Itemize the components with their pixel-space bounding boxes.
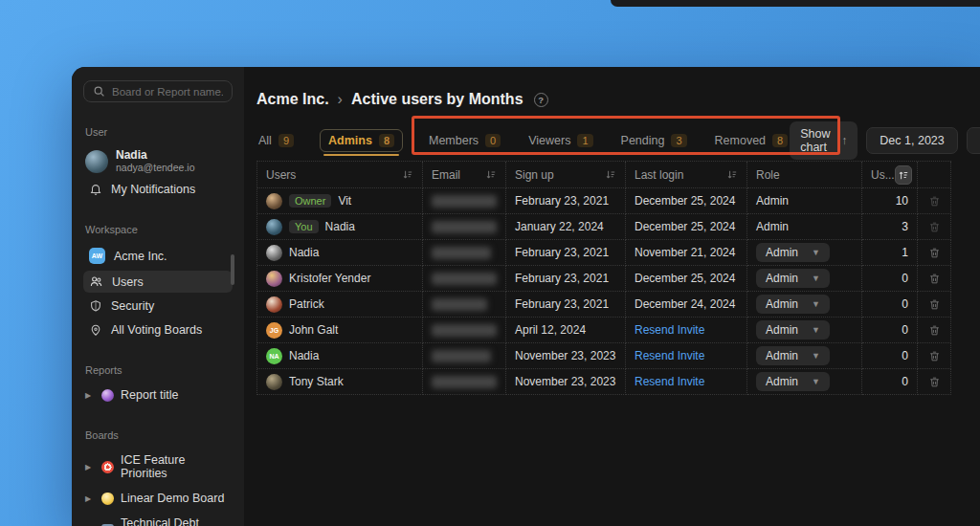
- role-select[interactable]: Admin▼: [756, 320, 830, 340]
- sidebar-item-label: Technical Debt Priori...: [121, 516, 231, 526]
- table-row-action-cell: [918, 318, 951, 343]
- sidebar-item-notifications[interactable]: My Notifications: [83, 179, 233, 200]
- role-text: Admin: [756, 220, 789, 233]
- date-to-field[interactable]: Dec: [967, 127, 980, 154]
- signup-date: February 23, 2021: [515, 297, 609, 311]
- sidebar-item-all-voting-boards[interactable]: All Voting Boards: [83, 319, 233, 340]
- sort-icon[interactable]: [402, 169, 413, 181]
- column-header-email[interactable]: Email: [423, 162, 506, 188]
- sidebar-item-label: My Notifications: [111, 183, 195, 196]
- user-name: Nadia: [116, 148, 194, 162]
- table-row-user-cell[interactable]: Tony Stark: [257, 369, 423, 395]
- role-select[interactable]: Admin▼: [756, 372, 830, 391]
- sidebar-item-report-title[interactable]: ▶ Report title: [83, 384, 233, 405]
- email-redacted: [432, 324, 497, 337]
- role-select[interactable]: Admin▼: [756, 269, 830, 288]
- expand-arrow-icon[interactable]: ▶: [85, 391, 95, 400]
- table-row-action-cell: [918, 240, 951, 266]
- main-content: Acme Inc. › Active users by Months ? All…: [244, 67, 980, 526]
- table-row-user-cell[interactable]: Owner Vit: [257, 188, 423, 214]
- table-row-signup-cell: February 23, 2021: [506, 292, 626, 318]
- search-box[interactable]: [83, 80, 233, 102]
- tab-pending[interactable]: Pending3: [619, 130, 689, 151]
- table-row-user-cell[interactable]: NA Nadia: [257, 343, 423, 369]
- table-row-email-cell: [423, 369, 506, 395]
- column-header-role[interactable]: Role: [747, 162, 862, 188]
- sidebar-item-ice-feature-priorities[interactable]: ▶ ICE Feature Priorities: [83, 449, 233, 484]
- show-chart-button[interactable]: Show chart↑: [790, 121, 858, 160]
- table-row-user-cell[interactable]: Nadia: [257, 240, 423, 266]
- last-login-value: December 25, 2024: [635, 272, 735, 285]
- tab-removed[interactable]: Removed8: [713, 130, 791, 151]
- avatar: [266, 296, 282, 313]
- breadcrumb-separator: ›: [338, 91, 343, 108]
- trash-icon[interactable]: [928, 350, 941, 362]
- trash-icon[interactable]: [928, 376, 941, 388]
- search-input[interactable]: [112, 86, 223, 98]
- last-login-value: December 25, 2024: [635, 220, 735, 233]
- chevron-down-icon: ▼: [812, 325, 820, 335]
- tab-all[interactable]: All9: [256, 130, 296, 151]
- pin-icon: [89, 323, 102, 337]
- resend-invite-link[interactable]: Resend Invite: [635, 375, 704, 388]
- table-row-signup-cell: February 23, 2021: [506, 188, 626, 214]
- column-header-actions: [918, 162, 951, 188]
- role-select[interactable]: Admin▼: [756, 243, 830, 262]
- signup-date: February 23, 2021: [515, 272, 609, 285]
- resend-invite-link[interactable]: Resend Invite: [635, 349, 704, 362]
- search-icon: [93, 85, 105, 98]
- resend-invite-link[interactable]: Resend Invite: [635, 323, 704, 337]
- signup-date: January 22, 2024: [515, 220, 604, 233]
- table-row-role-cell: Admin▼: [747, 369, 862, 395]
- sidebar-item-linear-demo-board[interactable]: ▶ Linear Demo Board: [83, 488, 233, 509]
- trash-icon[interactable]: [928, 273, 941, 285]
- tab-members[interactable]: Members0: [427, 130, 502, 151]
- users-count: 3: [902, 220, 908, 233]
- table-row-user-cell[interactable]: JG John Galt: [257, 318, 423, 343]
- trash-icon[interactable]: [928, 324, 941, 337]
- column-header-signup[interactable]: Sign up: [506, 162, 626, 188]
- sidebar-item-security[interactable]: Security: [83, 296, 233, 317]
- sidebar-item-technical-debt[interactable]: ▶ Technical Debt Priori...: [83, 513, 233, 526]
- table-row-email-cell: [423, 214, 506, 240]
- tab-viewers[interactable]: Viewers1: [526, 130, 594, 151]
- table-row-email-cell: [423, 318, 506, 343]
- column-header-users[interactable]: Users: [257, 162, 423, 188]
- trash-icon[interactable]: [928, 298, 941, 311]
- role-select[interactable]: Admin▼: [756, 295, 830, 314]
- user-role-badge: Owner: [289, 194, 331, 208]
- users-count: 0: [902, 297, 908, 311]
- sort-icon[interactable]: [485, 169, 497, 181]
- sidebar-item-workspace-acme[interactable]: AW Acme Inc.: [83, 244, 233, 268]
- column-header-last-login[interactable]: Last login: [626, 162, 747, 188]
- date-from-field[interactable]: Dec 1, 2023: [866, 127, 957, 154]
- table-row-signup-cell: November 23, 2023: [506, 343, 626, 369]
- sidebar-item-users[interactable]: Users: [83, 271, 233, 293]
- trash-icon[interactable]: [928, 247, 941, 259]
- sort-icon[interactable]: [605, 169, 616, 181]
- tab-admins[interactable]: Admins8: [320, 129, 403, 152]
- background-window-edge: [611, 0, 980, 7]
- help-icon[interactable]: ?: [534, 93, 548, 107]
- table-row-user-cell[interactable]: Kristofer Yender: [257, 266, 423, 292]
- trash-icon[interactable]: [928, 221, 941, 233]
- last-login-value: December 25, 2024: [635, 194, 735, 208]
- table-row-last-login-cell: December 25, 2024: [626, 266, 747, 292]
- sidebar-scrollbar-thumb[interactable]: [231, 254, 234, 285]
- expand-arrow-icon[interactable]: ▶: [85, 463, 95, 471]
- role-select[interactable]: Admin▼: [756, 346, 830, 365]
- page-title: Active users by Months: [351, 91, 523, 108]
- current-user[interactable]: Nadia nadya@tendee.io: [83, 146, 233, 176]
- expand-arrow-icon[interactable]: ▶: [85, 494, 95, 503]
- column-header-users-count[interactable]: Us...: [862, 162, 918, 188]
- table-row-signup-cell: April 12, 2024: [506, 318, 626, 343]
- table-row-user-cell[interactable]: Patrick: [257, 292, 423, 318]
- user-name: John Galt: [289, 323, 338, 337]
- table-row-user-cell[interactable]: You Nadia: [257, 214, 423, 240]
- sort-icon[interactable]: [726, 169, 738, 181]
- trash-icon[interactable]: [928, 195, 941, 208]
- sort-active-button[interactable]: [895, 165, 912, 185]
- avatar: [266, 219, 282, 235]
- breadcrumb-root[interactable]: Acme Inc.: [256, 91, 329, 108]
- table-row-last-login-cell: Resend Invite: [626, 343, 747, 369]
